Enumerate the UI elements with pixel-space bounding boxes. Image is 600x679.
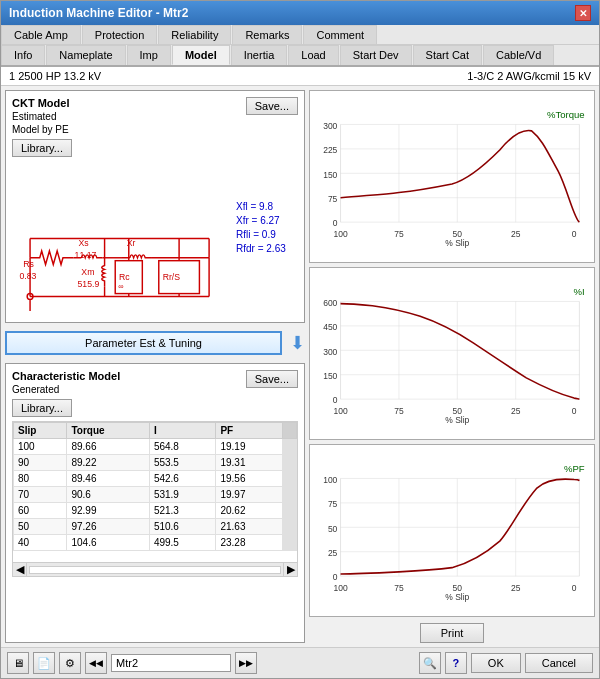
tab-load[interactable]: Load (288, 45, 338, 65)
horizontal-scrollbar[interactable]: ◀ ▶ (13, 562, 297, 576)
svg-text:0: 0 (572, 583, 577, 593)
svg-text:75: 75 (394, 406, 404, 416)
icon-gear[interactable]: ⚙ (59, 652, 81, 674)
svg-text:∞: ∞ (118, 282, 124, 291)
char-save-button[interactable]: Save... (246, 370, 298, 388)
char-model-section: Characteristic Model Generated Library..… (5, 363, 305, 643)
pf-curve (341, 479, 580, 574)
svg-text:% Slip: % Slip (445, 238, 469, 248)
tab-comment[interactable]: Comment (303, 25, 377, 44)
tab-reliability[interactable]: Reliability (158, 25, 231, 44)
down-arrow-icon: ⬇ (290, 332, 305, 354)
svg-text:100: 100 (333, 406, 347, 416)
device-input[interactable] (111, 654, 231, 672)
left-panel: CKT Model Estimated Model by PE Library.… (5, 90, 305, 643)
svg-text:0: 0 (333, 572, 338, 582)
icon-forward[interactable]: ▶▶ (235, 652, 257, 674)
icon-help[interactable]: ? (445, 652, 467, 674)
tab-nameplate[interactable]: Nameplate (46, 45, 125, 65)
circuit-diagram: Rs 0.83 Xs 11.17 Xr (12, 161, 232, 311)
icon-monitor[interactable]: 🖥 (7, 652, 29, 674)
ckt-save-button[interactable]: Save... (246, 97, 298, 115)
tab-protection[interactable]: Protection (82, 25, 158, 44)
svg-text:Rr/S: Rr/S (163, 272, 181, 282)
svg-text:Xm: Xm (81, 267, 94, 277)
scroll-left-icon[interactable]: ◀ (13, 563, 27, 577)
info-bar: 1 2500 HP 13.2 kV 1-3/C 2 AWG/kcmil 15 k… (1, 67, 599, 86)
table-scroll[interactable]: Slip Torque I PF 10089.66564.819.199089.… (13, 422, 297, 562)
scroll-right-icon[interactable]: ▶ (283, 563, 297, 577)
tab-model[interactable]: Model (172, 45, 230, 65)
table-row: 8089.46542.619.56 (14, 471, 297, 487)
print-button[interactable]: Print (420, 623, 485, 643)
tab-inertia[interactable]: Inertia (231, 45, 288, 65)
window-title: Induction Machine Editor - Mtr2 (9, 6, 188, 20)
rfli-value: Rfli = 0.9 (236, 229, 286, 240)
ckt-library-button[interactable]: Library... (12, 139, 72, 157)
cancel-button[interactable]: Cancel (525, 653, 593, 673)
tab-cable-vd[interactable]: Cable/Vd (483, 45, 554, 65)
circuit-area: Rs 0.83 Xs 11.17 Xr (12, 161, 298, 316)
current-chart-svg: %I 600 450 300 150 0 100 75 50 25 0 % Sl… (314, 272, 590, 435)
col-scrollbar-header (283, 423, 297, 439)
main-content: CKT Model Estimated Model by PE Library.… (1, 86, 599, 647)
col-slip: Slip (14, 423, 67, 439)
col-i: I (149, 423, 216, 439)
svg-text:0: 0 (572, 229, 577, 239)
table-row: 9089.22553.519.31 (14, 455, 297, 471)
svg-text:300: 300 (323, 347, 337, 357)
tab-remarks[interactable]: Remarks (232, 25, 302, 44)
param-values: Xfl = 9.8 Xfr = 6.27 Rfli = 0.9 Rfdr = 2… (236, 201, 286, 336)
svg-text:0: 0 (333, 218, 338, 228)
svg-text:75: 75 (394, 229, 404, 239)
icon-search[interactable]: 🔍 (419, 652, 441, 674)
svg-text:150: 150 (323, 170, 337, 180)
svg-text:50: 50 (328, 524, 338, 534)
svg-text:150: 150 (323, 371, 337, 381)
svg-text:450: 450 (323, 322, 337, 332)
svg-text:25: 25 (511, 229, 521, 239)
char-header: Characteristic Model Generated Library..… (12, 370, 298, 417)
icon-document[interactable]: 📄 (33, 652, 55, 674)
col-pf: PF (216, 423, 283, 439)
svg-text:75: 75 (394, 583, 404, 593)
svg-text:300: 300 (323, 121, 337, 131)
tab-imp[interactable]: Imp (127, 45, 171, 65)
char-model-title: Characteristic Model (12, 370, 120, 382)
tab-start-dev[interactable]: Start Dev (340, 45, 412, 65)
table-row: 10089.66564.819.19 (14, 439, 297, 455)
icon-back[interactable]: ◀◀ (85, 652, 107, 674)
svg-text:Rc: Rc (119, 272, 130, 282)
torque-curve (341, 131, 580, 223)
close-button[interactable]: ✕ (575, 5, 591, 21)
scroll-thumb[interactable] (29, 566, 281, 574)
chart-current: %I 600 450 300 150 0 100 75 50 25 0 % Sl… (309, 267, 595, 440)
print-row: Print (309, 623, 595, 643)
tab-cable-amp[interactable]: Cable Amp (1, 25, 81, 44)
table-row: 5097.26510.621.63 (14, 519, 297, 535)
svg-text:25: 25 (511, 406, 521, 416)
svg-text:515.9: 515.9 (77, 279, 99, 289)
title-bar: Induction Machine Editor - Mtr2 ✕ (1, 1, 599, 25)
tab-row-1: Cable Amp Protection Reliability Remarks… (1, 25, 599, 45)
ok-button[interactable]: OK (471, 653, 521, 673)
xfr-value: Xfr = 6.27 (236, 215, 286, 226)
char-library-button[interactable]: Library... (12, 399, 72, 417)
tab-row-2: Info Nameplate Imp Model Inertia Load St… (1, 45, 599, 67)
ckt-subtitle1: Estimated (12, 111, 72, 122)
current-curve (341, 304, 580, 400)
svg-text:% Slip: % Slip (445, 415, 469, 425)
svg-text:Rs: Rs (23, 259, 34, 269)
char-subtitle: Generated (12, 384, 120, 395)
tab-info[interactable]: Info (1, 45, 45, 65)
svg-text:0: 0 (333, 395, 338, 405)
table-row: 40104.6499.523.28 (14, 535, 297, 551)
data-table-container: Slip Torque I PF 10089.66564.819.199089.… (12, 421, 298, 577)
xfl-value: Xfl = 9.8 (236, 201, 286, 212)
svg-text:100: 100 (323, 475, 337, 485)
ckt-subtitle2: Model by PE (12, 124, 72, 135)
tab-start-cat[interactable]: Start Cat (413, 45, 482, 65)
pf-chart-svg: %PF 100 75 50 25 0 100 75 50 25 0 % Slip (314, 449, 590, 612)
pf-chart-title: %PF (564, 463, 585, 474)
svg-text:75: 75 (328, 194, 338, 204)
